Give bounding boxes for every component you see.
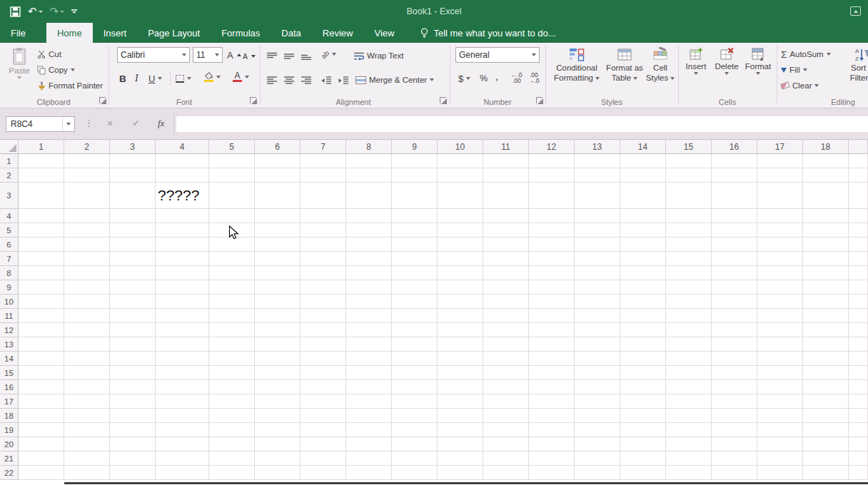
cell[interactable] bbox=[712, 183, 757, 209]
row-header[interactable]: 17 bbox=[0, 394, 19, 409]
cell[interactable] bbox=[529, 423, 575, 437]
autosum-dropdown-icon[interactable] bbox=[827, 53, 831, 56]
cell[interactable] bbox=[19, 168, 64, 183]
cell[interactable] bbox=[346, 238, 392, 252]
cell[interactable] bbox=[255, 154, 301, 168]
cell[interactable] bbox=[529, 209, 575, 223]
cell[interactable] bbox=[666, 154, 712, 168]
cell[interactable] bbox=[529, 223, 575, 238]
row-header[interactable]: 4 bbox=[0, 209, 19, 223]
cell[interactable] bbox=[757, 394, 803, 409]
cell[interactable] bbox=[301, 380, 346, 394]
cell[interactable] bbox=[301, 366, 346, 380]
cell[interactable] bbox=[803, 168, 849, 183]
formula-bar-grip-icon[interactable]: ⋮ bbox=[84, 118, 94, 128]
cell[interactable] bbox=[209, 154, 255, 168]
cell[interactable] bbox=[346, 295, 392, 309]
cell[interactable] bbox=[757, 295, 803, 309]
cell[interactable] bbox=[803, 252, 849, 266]
cell[interactable] bbox=[110, 466, 156, 480]
cell[interactable] bbox=[255, 423, 301, 437]
cell[interactable] bbox=[64, 309, 110, 323]
fill-color-dropdown-icon[interactable] bbox=[216, 76, 221, 78]
cell[interactable] bbox=[209, 266, 255, 280]
cell[interactable] bbox=[156, 437, 209, 451]
cell[interactable] bbox=[575, 437, 620, 451]
cell[interactable] bbox=[620, 183, 666, 209]
select-all-corner[interactable] bbox=[0, 140, 19, 154]
cell[interactable] bbox=[849, 309, 868, 323]
clear-dropdown-icon[interactable] bbox=[814, 84, 819, 87]
cell[interactable] bbox=[666, 409, 712, 423]
cell[interactable] bbox=[803, 295, 849, 309]
column-header[interactable]: 8 bbox=[346, 140, 392, 154]
row-header[interactable]: 14 bbox=[0, 352, 19, 366]
cell[interactable] bbox=[712, 366, 757, 380]
cell[interactable] bbox=[209, 209, 255, 223]
cell[interactable] bbox=[346, 337, 392, 352]
font-size-dropdown-icon[interactable] bbox=[215, 53, 219, 56]
cell[interactable] bbox=[757, 409, 803, 423]
cell[interactable] bbox=[620, 309, 666, 323]
cell[interactable] bbox=[803, 154, 849, 168]
cell[interactable] bbox=[483, 154, 529, 168]
cell[interactable] bbox=[19, 183, 64, 209]
cell[interactable] bbox=[529, 466, 575, 480]
cell[interactable] bbox=[529, 451, 575, 466]
cell[interactable] bbox=[666, 394, 712, 409]
cell[interactable] bbox=[301, 154, 346, 168]
cell[interactable] bbox=[620, 466, 666, 480]
cell[interactable] bbox=[110, 366, 156, 380]
cell[interactable] bbox=[620, 209, 666, 223]
tab-file[interactable]: File bbox=[0, 23, 36, 43]
cell[interactable] bbox=[255, 466, 301, 480]
cell[interactable] bbox=[156, 352, 209, 366]
insert-cells-button[interactable]: Insert bbox=[681, 46, 711, 104]
cell[interactable] bbox=[392, 252, 438, 266]
cell[interactable] bbox=[346, 183, 392, 209]
insert-function-icon[interactable]: fx bbox=[158, 118, 164, 129]
cell[interactable] bbox=[392, 309, 438, 323]
cell[interactable] bbox=[666, 183, 712, 209]
cell[interactable] bbox=[438, 437, 483, 451]
cell[interactable] bbox=[849, 437, 868, 451]
wrap-text-button[interactable]: Wrap Text bbox=[354, 48, 403, 63]
cell[interactable] bbox=[666, 366, 712, 380]
cell[interactable] bbox=[575, 223, 620, 238]
cell[interactable] bbox=[666, 380, 712, 394]
cell[interactable] bbox=[392, 437, 438, 451]
column-header[interactable]: 16 bbox=[712, 140, 757, 154]
column-header[interactable]: 7 bbox=[301, 140, 346, 154]
cell[interactable] bbox=[209, 323, 255, 337]
cell[interactable] bbox=[19, 423, 64, 437]
cell[interactable] bbox=[529, 168, 575, 183]
cell[interactable] bbox=[64, 337, 110, 352]
cell[interactable] bbox=[803, 409, 849, 423]
cell[interactable] bbox=[110, 437, 156, 451]
cell[interactable] bbox=[64, 168, 110, 183]
cell[interactable] bbox=[849, 380, 868, 394]
cell[interactable] bbox=[849, 451, 868, 466]
cell[interactable] bbox=[392, 323, 438, 337]
cell[interactable] bbox=[301, 238, 346, 252]
cell[interactable] bbox=[712, 266, 757, 280]
cell[interactable] bbox=[438, 309, 483, 323]
column-header[interactable]: 15 bbox=[666, 140, 712, 154]
cell[interactable] bbox=[64, 466, 110, 480]
cell[interactable] bbox=[849, 168, 868, 183]
decrease-decimal-button[interactable]: .00→.0 bbox=[528, 72, 540, 83]
column-header[interactable]: 3 bbox=[110, 140, 156, 154]
cell[interactable] bbox=[110, 252, 156, 266]
column-header[interactable] bbox=[849, 140, 868, 154]
cell[interactable] bbox=[666, 466, 712, 480]
cell[interactable] bbox=[438, 394, 483, 409]
underline-button[interactable]: U bbox=[148, 71, 162, 86]
cell[interactable] bbox=[156, 337, 209, 352]
cell[interactable] bbox=[301, 394, 346, 409]
cell[interactable] bbox=[110, 337, 156, 352]
cell[interactable] bbox=[156, 238, 209, 252]
row-header[interactable]: 8 bbox=[0, 266, 19, 280]
cell[interactable] bbox=[110, 238, 156, 252]
column-header[interactable]: 17 bbox=[757, 140, 803, 154]
cell[interactable] bbox=[575, 451, 620, 466]
